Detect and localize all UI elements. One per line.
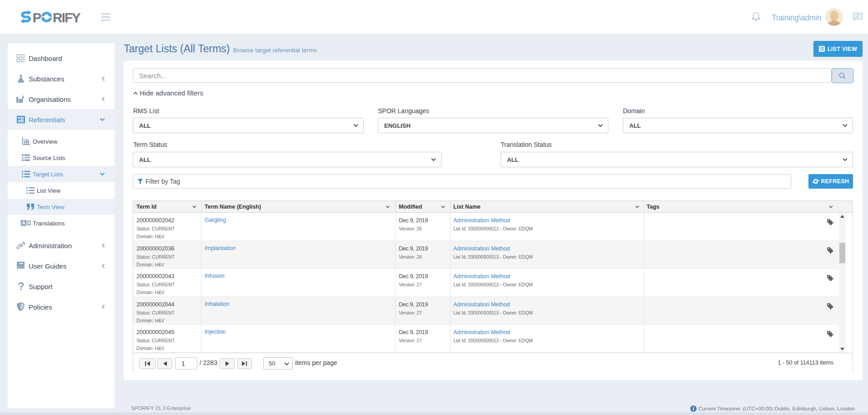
svg-text:A: A (22, 220, 25, 225)
svg-text:RIFY: RIFY (53, 10, 81, 25)
svg-text:P: P (33, 10, 42, 25)
